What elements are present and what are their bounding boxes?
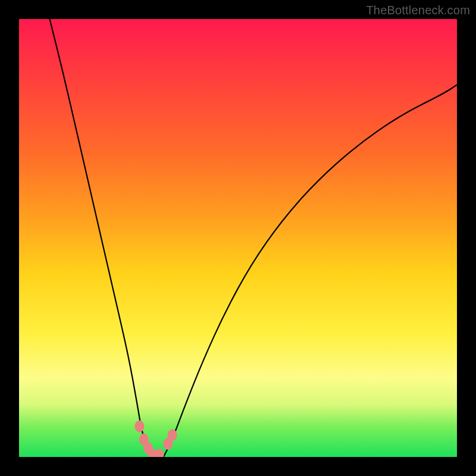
curve-group	[50, 19, 457, 457]
outer-frame: TheBottleneck.com	[0, 0, 476, 476]
right-branch-path	[164, 84, 457, 457]
trough-marker	[134, 420, 144, 432]
marker-group	[134, 420, 177, 457]
curve-canvas	[19, 19, 457, 457]
trough-marker	[168, 429, 177, 441]
plot-area	[19, 19, 457, 457]
trough-marker	[155, 449, 164, 457]
watermark-text: TheBottleneck.com	[366, 4, 470, 17]
left-branch-path	[50, 19, 155, 457]
